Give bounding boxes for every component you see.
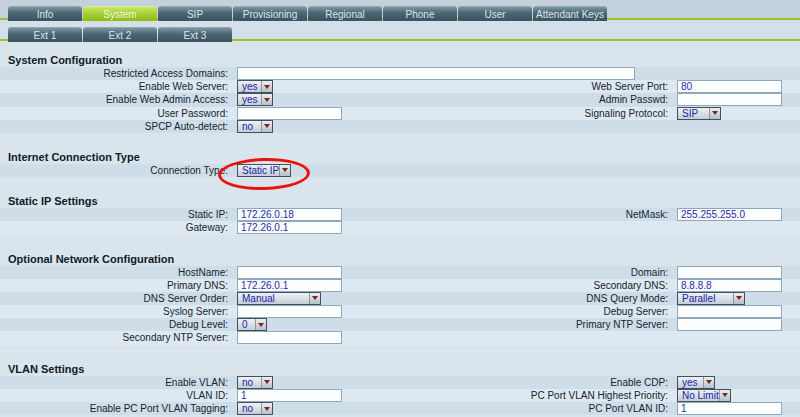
form-row: HostName:Domain: — [0, 266, 800, 279]
secondary-ntp-server-input[interactable] — [237, 331, 342, 344]
select-value: yes — [678, 377, 703, 388]
section-vlan-settings: VLAN SettingsEnable VLAN:noEnable CDP:ye… — [0, 363, 800, 416]
spcp-auto-detect-select[interactable]: no — [237, 120, 273, 133]
hostname-label: HostName: — [0, 266, 228, 279]
form-row: Connection Type:Static IP — [0, 164, 800, 177]
field-wrap — [677, 93, 782, 106]
tab-user[interactable]: User — [458, 6, 532, 21]
form-row: Syslog Server:Debug Server: — [0, 305, 800, 318]
dropdown-arrow-icon[interactable] — [733, 293, 744, 304]
spcp-auto-detect-label: SPCP Auto-detect: — [0, 120, 228, 133]
tab-ext-1[interactable]: Ext 1 — [8, 27, 82, 42]
debug-server-input[interactable] — [677, 305, 782, 318]
dropdown-arrow-icon[interactable] — [261, 81, 272, 92]
dropdown-arrow-icon[interactable] — [703, 377, 714, 388]
tab-provisioning[interactable]: Provisioning — [233, 6, 307, 21]
secondary-dns-input[interactable] — [677, 279, 782, 292]
user-password-label: User Password: — [0, 107, 228, 120]
field-wrap — [237, 266, 342, 279]
netmask-label: NetMask: — [400, 208, 668, 221]
tab-ext-2[interactable]: Ext 2 — [83, 27, 157, 42]
pc-port-vlan-highest-priority-select[interactable]: No Limit — [677, 389, 731, 402]
dropdown-arrow-icon[interactable] — [261, 94, 272, 105]
select-value: Manual — [238, 293, 309, 304]
chevron-down-icon — [264, 85, 270, 89]
primary-dns-input[interactable] — [237, 279, 342, 292]
enable-cdp-select[interactable]: yes — [677, 376, 715, 389]
field-wrap — [677, 402, 782, 415]
field-wrap: Manual — [237, 292, 321, 305]
field-wrap: yes — [237, 93, 273, 106]
tab-system[interactable]: System — [83, 6, 157, 21]
dropdown-arrow-icon[interactable] — [261, 121, 272, 132]
tab-ext-3[interactable]: Ext 3 — [158, 27, 232, 42]
section-system-configuration: System ConfigurationRestricted Access Do… — [0, 54, 800, 133]
select-value: yes — [238, 81, 261, 92]
admin-passwd-input[interactable] — [677, 93, 782, 106]
section-title: VLAN Settings — [0, 363, 800, 376]
dropdown-arrow-icon[interactable] — [709, 108, 720, 119]
web-server-port-input[interactable] — [677, 80, 782, 93]
signaling-protocol-select[interactable]: SIP — [677, 107, 721, 120]
select-value: Static IP — [238, 165, 279, 176]
select-value: SIP — [678, 108, 709, 119]
field-wrap: yes — [677, 376, 715, 389]
restricted-access-domains-label: Restricted Access Domains: — [0, 67, 228, 80]
enable-cdp-label: Enable CDP: — [400, 376, 668, 389]
tab-regional[interactable]: Regional — [308, 6, 382, 21]
field-wrap — [237, 67, 635, 80]
select-value: no — [238, 377, 261, 388]
select-value: no — [238, 403, 261, 414]
hostname-input[interactable] — [237, 266, 342, 279]
vlan-id-input[interactable] — [237, 389, 342, 402]
primary-ntp-server-input[interactable] — [677, 318, 782, 331]
dropdown-arrow-icon[interactable] — [719, 390, 730, 401]
field-wrap: yes — [237, 80, 273, 93]
connection-type-select[interactable]: Static IP — [237, 164, 291, 177]
domain-input[interactable] — [677, 266, 782, 279]
form-row: Enable Web Server:yesWeb Server Port: — [0, 80, 800, 93]
tab-attendant-keys[interactable]: Attendant Keys — [533, 6, 607, 21]
dropdown-arrow-icon[interactable] — [309, 293, 320, 304]
dropdown-arrow-icon[interactable] — [279, 165, 290, 176]
netmask-input[interactable] — [677, 208, 782, 221]
gateway-label: Gateway: — [0, 221, 228, 234]
gateway-input[interactable] — [237, 221, 342, 234]
static-ip-input[interactable] — [237, 208, 342, 221]
form-row: Static IP:NetMask: — [0, 208, 800, 221]
tab-sip[interactable]: SIP — [158, 6, 232, 21]
debug-level-select[interactable]: 0 — [237, 318, 267, 331]
user-password-input[interactable] — [237, 107, 342, 120]
field-wrap: no — [237, 376, 273, 389]
restricted-access-domains-input[interactable] — [237, 67, 635, 80]
select-value: Parallel — [678, 293, 733, 304]
primary-dns-label: Primary DNS: — [0, 279, 228, 292]
syslog-server-input[interactable] — [237, 305, 342, 318]
dropdown-arrow-icon[interactable] — [261, 377, 272, 388]
dns-server-order-select[interactable]: Manual — [237, 292, 321, 305]
enable-pc-port-vlan-tagging-select[interactable]: no — [237, 402, 273, 415]
field-wrap: SIP — [677, 107, 721, 120]
select-value: 0 — [238, 319, 255, 330]
field-wrap — [677, 266, 782, 279]
top-tab-row: InfoSystemSIPProvisioningRegionalPhoneUs… — [0, 0, 800, 20]
pc-port-vlan-id-label: PC Port VLAN ID: — [400, 402, 668, 415]
tab-info[interactable]: Info — [8, 6, 82, 21]
enable-web-server-select[interactable]: yes — [237, 80, 273, 93]
dns-server-order-label: DNS Server Order: — [0, 292, 228, 305]
syslog-server-label: Syslog Server: — [0, 305, 228, 318]
pc-port-vlan-id-input[interactable] — [677, 402, 782, 415]
form-row: SPCP Auto-detect:no — [0, 120, 800, 133]
section-title: Internet Connection Type — [0, 151, 800, 164]
enable-web-admin-access-select[interactable]: yes — [237, 93, 273, 106]
field-wrap — [677, 80, 782, 93]
enable-pc-port-vlan-tagging-label: Enable PC Port VLAN Tagging: — [0, 402, 228, 415]
enable-vlan-select[interactable]: no — [237, 376, 273, 389]
dns-query-mode-select[interactable]: Parallel — [677, 292, 745, 305]
pc-port-vlan-highest-priority-label: PC Port VLAN Highest Priority: — [400, 389, 668, 402]
tab-phone[interactable]: Phone — [383, 6, 457, 21]
field-wrap — [237, 107, 342, 120]
field-wrap — [677, 279, 782, 292]
dropdown-arrow-icon[interactable] — [261, 403, 272, 414]
dropdown-arrow-icon[interactable] — [255, 319, 266, 330]
